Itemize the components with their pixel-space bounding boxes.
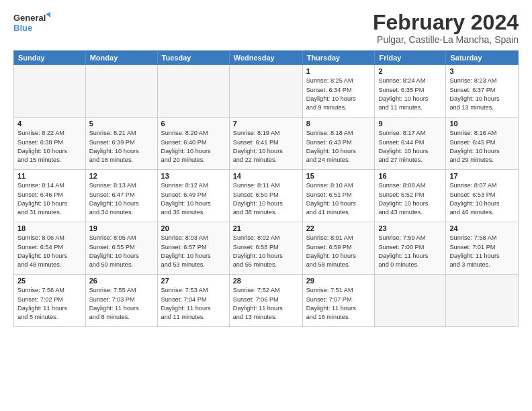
calendar-week-4: 18Sunrise: 8:06 AMSunset: 6:54 PMDayligh…: [14, 222, 519, 275]
calendar: SundayMondayTuesdayWednesdayThursdayFrid…: [13, 50, 519, 327]
header: General Blue February 2024 Pulgar, Casti…: [13, 11, 519, 45]
day-number: 22: [306, 224, 371, 232]
month-title: February 2024: [373, 11, 519, 34]
day-info: Sunrise: 8:06 AMSunset: 6:54 PMDaylight:…: [17, 234, 82, 269]
day-info: Sunrise: 8:25 AMSunset: 6:34 PMDaylight:…: [306, 77, 371, 112]
calendar-cell: 16Sunrise: 8:08 AMSunset: 6:52 PMDayligh…: [375, 170, 446, 222]
day-info: Sunrise: 8:01 AMSunset: 6:59 PMDaylight:…: [306, 234, 371, 269]
weekday-header-sunday: Sunday: [14, 51, 86, 65]
calendar-cell: 29Sunrise: 7:51 AMSunset: 7:07 PMDayligh…: [302, 275, 375, 327]
day-number: 18: [17, 224, 82, 232]
title-block: February 2024 Pulgar, Castille-La Mancha…: [373, 11, 519, 45]
calendar-cell: 27Sunrise: 7:53 AMSunset: 7:04 PMDayligh…: [157, 275, 229, 327]
day-number: 20: [161, 224, 226, 232]
calendar-cell: 6Sunrise: 8:20 AMSunset: 6:40 PMDaylight…: [157, 118, 229, 170]
day-number: 19: [89, 224, 154, 232]
calendar-cell: [157, 65, 229, 118]
day-number: 23: [378, 224, 442, 232]
calendar-cell: 4Sunrise: 8:22 AMSunset: 6:38 PMDaylight…: [14, 118, 86, 170]
svg-text:General: General: [13, 13, 46, 23]
calendar-cell: 25Sunrise: 7:56 AMSunset: 7:02 PMDayligh…: [14, 275, 86, 327]
calendar-cell: 24Sunrise: 7:58 AMSunset: 7:01 PMDayligh…: [446, 222, 519, 275]
day-info: Sunrise: 8:05 AMSunset: 6:55 PMDaylight:…: [89, 234, 154, 269]
day-info: Sunrise: 7:58 AMSunset: 7:01 PMDaylight:…: [449, 234, 515, 269]
calendar-cell: 20Sunrise: 8:03 AMSunset: 6:57 PMDayligh…: [157, 222, 229, 275]
calendar-cell: 14Sunrise: 8:11 AMSunset: 6:50 PMDayligh…: [229, 170, 302, 222]
day-number: 5: [89, 120, 154, 128]
calendar-cell: 2Sunrise: 8:24 AMSunset: 6:35 PMDaylight…: [375, 65, 446, 118]
day-info: Sunrise: 7:56 AMSunset: 7:02 PMDaylight:…: [17, 286, 82, 322]
day-info: Sunrise: 8:24 AMSunset: 6:35 PMDaylight:…: [378, 77, 442, 112]
calendar-cell: 1Sunrise: 8:25 AMSunset: 6:34 PMDaylight…: [302, 65, 375, 118]
day-info: Sunrise: 7:53 AMSunset: 7:04 PMDaylight:…: [161, 286, 226, 322]
day-number: 15: [306, 172, 371, 180]
day-number: 9: [378, 120, 442, 128]
calendar-week-3: 11Sunrise: 8:14 AMSunset: 6:46 PMDayligh…: [14, 170, 519, 222]
day-number: 3: [449, 67, 515, 75]
day-info: Sunrise: 8:19 AMSunset: 6:41 PMDaylight:…: [233, 129, 299, 165]
day-info: Sunrise: 7:51 AMSunset: 7:07 PMDaylight:…: [306, 286, 371, 322]
day-info: Sunrise: 7:52 AMSunset: 7:06 PMDaylight:…: [233, 286, 299, 322]
page: General Blue February 2024 Pulgar, Casti…: [0, 0, 532, 411]
calendar-cell: 22Sunrise: 8:01 AMSunset: 6:59 PMDayligh…: [302, 222, 375, 275]
day-info: Sunrise: 8:10 AMSunset: 6:51 PMDaylight:…: [306, 181, 371, 217]
day-info: Sunrise: 8:17 AMSunset: 6:44 PMDaylight:…: [378, 129, 442, 165]
weekday-header-friday: Friday: [375, 51, 446, 65]
calendar-cell: 3Sunrise: 8:23 AMSunset: 6:37 PMDaylight…: [446, 65, 519, 118]
day-info: Sunrise: 8:02 AMSunset: 6:58 PMDaylight:…: [233, 234, 299, 269]
day-info: Sunrise: 8:11 AMSunset: 6:50 PMDaylight:…: [233, 181, 299, 217]
calendar-week-2: 4Sunrise: 8:22 AMSunset: 6:38 PMDaylight…: [14, 118, 519, 170]
calendar-cell: 23Sunrise: 7:59 AMSunset: 7:00 PMDayligh…: [375, 222, 446, 275]
day-number: 7: [233, 120, 299, 128]
day-info: Sunrise: 8:20 AMSunset: 6:40 PMDaylight:…: [161, 129, 226, 165]
logo-svg: General Blue: [13, 11, 50, 36]
calendar-week-1: 1Sunrise: 8:25 AMSunset: 6:34 PMDaylight…: [14, 65, 519, 118]
day-info: Sunrise: 8:14 AMSunset: 6:46 PMDaylight:…: [17, 181, 82, 217]
calendar-cell: 5Sunrise: 8:21 AMSunset: 6:39 PMDaylight…: [85, 118, 157, 170]
day-info: Sunrise: 8:21 AMSunset: 6:39 PMDaylight:…: [89, 129, 154, 165]
day-number: 25: [17, 277, 82, 285]
calendar-cell: 26Sunrise: 7:55 AMSunset: 7:03 PMDayligh…: [85, 275, 157, 327]
calendar-week-5: 25Sunrise: 7:56 AMSunset: 7:02 PMDayligh…: [14, 275, 519, 327]
day-number: 24: [449, 224, 515, 232]
day-number: 16: [378, 172, 442, 180]
day-info: Sunrise: 8:23 AMSunset: 6:37 PMDaylight:…: [449, 77, 515, 112]
calendar-header-row: SundayMondayTuesdayWednesdayThursdayFrid…: [14, 51, 519, 65]
day-number: 11: [17, 172, 82, 180]
day-number: 1: [306, 67, 371, 75]
weekday-header-tuesday: Tuesday: [157, 51, 229, 65]
logo: General Blue: [13, 11, 50, 36]
day-info: Sunrise: 8:22 AMSunset: 6:38 PMDaylight:…: [17, 129, 82, 165]
day-number: 2: [378, 67, 442, 75]
calendar-cell: 11Sunrise: 8:14 AMSunset: 6:46 PMDayligh…: [14, 170, 86, 222]
calendar-cell: 18Sunrise: 8:06 AMSunset: 6:54 PMDayligh…: [14, 222, 86, 275]
day-number: 28: [233, 277, 299, 285]
day-number: 14: [233, 172, 299, 180]
day-info: Sunrise: 8:13 AMSunset: 6:47 PMDaylight:…: [89, 181, 154, 217]
calendar-cell: 12Sunrise: 8:13 AMSunset: 6:47 PMDayligh…: [85, 170, 157, 222]
day-info: Sunrise: 8:18 AMSunset: 6:43 PMDaylight:…: [306, 129, 371, 165]
location: Pulgar, Castille-La Mancha, Spain: [373, 34, 519, 45]
calendar-cell: 10Sunrise: 8:16 AMSunset: 6:45 PMDayligh…: [446, 118, 519, 170]
day-info: Sunrise: 8:08 AMSunset: 6:52 PMDaylight:…: [378, 181, 442, 217]
calendar-cell: 7Sunrise: 8:19 AMSunset: 6:41 PMDaylight…: [229, 118, 302, 170]
day-number: 26: [89, 277, 154, 285]
weekday-header-wednesday: Wednesday: [229, 51, 302, 65]
calendar-cell: [229, 65, 302, 118]
day-number: 13: [161, 172, 226, 180]
calendar-cell: [375, 275, 446, 327]
day-number: 8: [306, 120, 371, 128]
calendar-cell: 9Sunrise: 8:17 AMSunset: 6:44 PMDaylight…: [375, 118, 446, 170]
day-number: 4: [17, 120, 82, 128]
day-number: 29: [306, 277, 371, 285]
day-number: 27: [161, 277, 226, 285]
day-info: Sunrise: 8:03 AMSunset: 6:57 PMDaylight:…: [161, 234, 226, 269]
calendar-cell: 21Sunrise: 8:02 AMSunset: 6:58 PMDayligh…: [229, 222, 302, 275]
svg-text:Blue: Blue: [13, 23, 32, 33]
calendar-cell: 28Sunrise: 7:52 AMSunset: 7:06 PMDayligh…: [229, 275, 302, 327]
calendar-cell: [85, 65, 157, 118]
calendar-cell: [14, 65, 86, 118]
day-info: Sunrise: 8:12 AMSunset: 6:49 PMDaylight:…: [161, 181, 226, 217]
day-info: Sunrise: 8:16 AMSunset: 6:45 PMDaylight:…: [449, 129, 515, 165]
calendar-cell: 13Sunrise: 8:12 AMSunset: 6:49 PMDayligh…: [157, 170, 229, 222]
